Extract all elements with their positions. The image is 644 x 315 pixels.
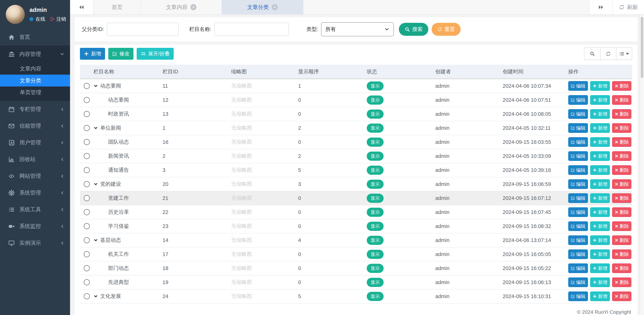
- row-delete-button[interactable]: 删除: [612, 277, 632, 287]
- table-row[interactable]: 历史沿革22无缩略图0显示admin2024-09-15 16:07:45编辑新…: [80, 205, 632, 219]
- table-row[interactable]: 基层动态14无缩略图4显示admin2024-04-06 13:07:14编辑新…: [80, 233, 632, 247]
- tab-首页[interactable]: 首页: [94, 0, 141, 14]
- table-columns-button[interactable]: [616, 48, 632, 60]
- tree-collapse-icon[interactable]: [94, 126, 98, 130]
- row-add-button[interactable]: 新增: [590, 193, 610, 203]
- row-edit-button[interactable]: 编辑: [568, 165, 588, 175]
- type-select[interactable]: 所有: [321, 22, 394, 36]
- row-delete-button[interactable]: 删除: [612, 235, 632, 245]
- row-add-button[interactable]: 新增: [590, 221, 610, 231]
- sidebar-item-系统监控[interactable]: 系统监控: [0, 218, 70, 235]
- row-delete-button[interactable]: 删除: [612, 179, 632, 189]
- table-row[interactable]: 先进典型19无缩略图0显示admin2024-09-15 16:06:13编辑新…: [80, 275, 632, 289]
- parent-id-input[interactable]: [107, 23, 179, 36]
- row-add-button[interactable]: 新增: [590, 81, 610, 91]
- row-edit-button[interactable]: 编辑: [568, 95, 588, 105]
- tree-collapse-icon[interactable]: [94, 84, 98, 88]
- row-edit-button[interactable]: 编辑: [568, 221, 588, 231]
- row-add-button[interactable]: 新增: [590, 123, 610, 133]
- row-add-button[interactable]: 新增: [590, 109, 610, 119]
- row-edit-button[interactable]: 编辑: [568, 249, 588, 259]
- sidebar-item-信箱管理[interactable]: 信箱管理: [0, 118, 70, 134]
- table-row[interactable]: 党建工作21无缩略图0显示admin2024-09-15 16:07:12编辑新…: [80, 191, 632, 205]
- expand-collapse-button[interactable]: 展开/折叠: [137, 48, 174, 60]
- row-edit-button[interactable]: 编辑: [568, 277, 588, 287]
- row-radio[interactable]: [84, 97, 90, 103]
- row-radio[interactable]: [84, 237, 90, 243]
- category-name-input[interactable]: [214, 23, 289, 36]
- row-add-button[interactable]: 新增: [590, 95, 610, 105]
- row-delete-button[interactable]: 删除: [612, 207, 632, 217]
- tabs-scroll-left-button[interactable]: [70, 0, 94, 14]
- tree-collapse-icon[interactable]: [94, 238, 98, 242]
- row-delete-button[interactable]: 删除: [612, 81, 632, 91]
- row-add-button[interactable]: 新增: [590, 263, 610, 273]
- row-radio[interactable]: [84, 167, 90, 173]
- row-delete-button[interactable]: 删除: [612, 221, 632, 231]
- modify-button[interactable]: 修改: [108, 48, 134, 60]
- tab-close-icon[interactable]: ×: [272, 4, 278, 10]
- table-row[interactable]: 通知通告3无缩略图5显示admin2024-04-05 10:39:16编辑新增…: [80, 163, 632, 177]
- row-add-button[interactable]: 新增: [590, 235, 610, 245]
- row-delete-button[interactable]: 删除: [612, 263, 632, 273]
- row-delete-button[interactable]: 删除: [612, 291, 632, 301]
- row-add-button[interactable]: 新增: [590, 165, 610, 175]
- row-edit-button[interactable]: 编辑: [568, 81, 588, 91]
- row-add-button[interactable]: 新增: [590, 249, 610, 259]
- table-search-toggle-button[interactable]: [584, 48, 600, 60]
- row-radio[interactable]: [84, 293, 90, 299]
- sidebar-item-系统管理[interactable]: 系统管理: [0, 184, 70, 201]
- sidebar-subitem-文章分类[interactable]: 文章分类: [0, 75, 70, 87]
- tabs-scroll-right-button[interactable]: [589, 0, 612, 14]
- row-radio[interactable]: [84, 265, 90, 271]
- row-radio[interactable]: [84, 251, 90, 257]
- row-radio[interactable]: [84, 139, 90, 145]
- sidebar-subitem-文章内容[interactable]: 文章内容: [0, 63, 70, 75]
- table-row[interactable]: 动态要闻11无缩略图1显示admin2024-04-06 10:07:34编辑新…: [80, 79, 632, 93]
- reset-button[interactable]: 重置: [432, 23, 461, 36]
- table-row[interactable]: 部门动态18无缩略图0显示admin2024-09-15 16:05:22编辑新…: [80, 261, 632, 275]
- row-radio[interactable]: [84, 125, 90, 131]
- table-row[interactable]: 党的建设20无缩略图3显示admin2024-09-15 16:06:59编辑新…: [80, 177, 632, 191]
- avatar[interactable]: [6, 5, 25, 24]
- search-button[interactable]: 搜索: [399, 23, 428, 36]
- row-edit-button[interactable]: 编辑: [568, 263, 588, 273]
- table-row[interactable]: 机关工作17无缩略图0显示admin2024-09-15 16:05:05编辑新…: [80, 247, 632, 261]
- row-radio[interactable]: [84, 153, 90, 159]
- sidebar-item-内容管理[interactable]: 内容管理: [0, 46, 70, 63]
- row-add-button[interactable]: 新增: [590, 207, 610, 217]
- table-row[interactable]: 学习借鉴23无缩略图0显示admin2024-09-15 16:08:32编辑新…: [80, 219, 632, 233]
- vertical-scrollbar[interactable]: [640, 15, 644, 315]
- row-add-button[interactable]: 新增: [590, 277, 610, 287]
- row-delete-button[interactable]: 删除: [612, 109, 632, 119]
- tree-collapse-icon[interactable]: [94, 182, 98, 186]
- table-row[interactable]: 文化发展24无缩略图5显示admin2024-09-15 16:10:31编辑新…: [80, 289, 632, 303]
- sidebar-item-专栏管理[interactable]: 专栏管理: [0, 101, 70, 118]
- sidebar-item-首页[interactable]: 首页: [0, 29, 70, 46]
- row-delete-button[interactable]: 删除: [612, 137, 632, 147]
- table-refresh-button[interactable]: [600, 48, 616, 60]
- tab-close-icon[interactable]: ×: [190, 4, 196, 10]
- row-edit-button[interactable]: 编辑: [568, 235, 588, 245]
- row-delete-button[interactable]: 删除: [612, 165, 632, 175]
- row-radio[interactable]: [84, 279, 90, 285]
- tab-文章分类[interactable]: 文章分类×: [222, 0, 304, 14]
- sidebar-item-用户管理[interactable]: 用户管理: [0, 134, 70, 151]
- row-delete-button[interactable]: 删除: [612, 193, 632, 203]
- row-edit-button[interactable]: 编辑: [568, 123, 588, 133]
- row-add-button[interactable]: 新增: [590, 179, 610, 189]
- table-row[interactable]: 单位新闻1无缩略图2显示admin2024-04-05 10:32:11编辑新增…: [80, 121, 632, 135]
- row-edit-button[interactable]: 编辑: [568, 109, 588, 119]
- table-row[interactable]: 团队动态16无缩略图0显示admin2024-09-15 16:03:55编辑新…: [80, 135, 632, 149]
- row-edit-button[interactable]: 编辑: [568, 137, 588, 147]
- row-radio[interactable]: [84, 209, 90, 215]
- row-edit-button[interactable]: 编辑: [568, 291, 588, 301]
- add-button[interactable]: 新增: [80, 48, 105, 60]
- sidebar-item-回收站[interactable]: 回收站: [0, 151, 70, 168]
- table-row[interactable]: 新闻资讯2无缩略图2显示admin2024-04-05 10:33:09编辑新增…: [80, 149, 632, 163]
- row-radio[interactable]: [84, 195, 90, 201]
- row-delete-button[interactable]: 删除: [612, 151, 632, 161]
- sidebar-item-系统工具[interactable]: 系统工具: [0, 201, 70, 218]
- row-radio[interactable]: [84, 181, 90, 187]
- sidebar-item-网站管理[interactable]: 网站管理: [0, 168, 70, 184]
